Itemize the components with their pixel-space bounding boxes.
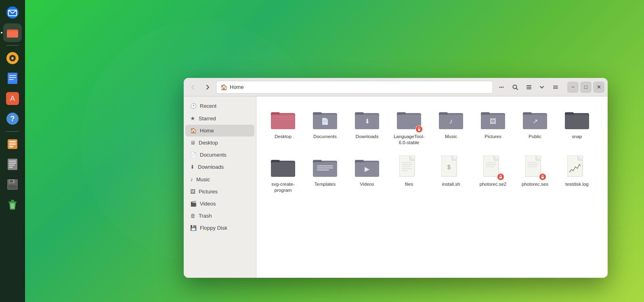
svg-rect-42 — [553, 86, 558, 86]
svg-rect-76 — [565, 115, 589, 129]
address-bar[interactable]: 🏠 Home — [216, 81, 493, 94]
file-item-languagetool[interactable]: LanguageTool-6.0-stable — [389, 103, 429, 149]
dock-item-appstore[interactable]: A — [3, 89, 22, 108]
sidebar-item-trash[interactable]: 🗑 Trash — [185, 210, 254, 222]
dock-item-help[interactable]: ? — [3, 109, 22, 128]
maximize-button[interactable]: □ — [580, 82, 592, 93]
svg-text:?: ? — [10, 115, 15, 123]
svg-text:♪: ♪ — [449, 117, 453, 125]
dock-separator-1 — [6, 45, 19, 46]
view-dropdown-button[interactable] — [536, 81, 548, 93]
search-icon — [512, 84, 518, 90]
file-item-files[interactable]: files — [389, 151, 429, 197]
svg-rect-17 — [9, 141, 16, 143]
videos-sidebar-icon: 🎬 — [190, 201, 197, 207]
sidebar-item-floppy[interactable]: 💾 Floppy Disk — [185, 222, 254, 234]
file-item-videos[interactable]: ▶ Videos — [347, 151, 387, 197]
file-item-photorec2[interactable]: photorec.se2 — [473, 151, 513, 197]
dock-item-writer[interactable] — [3, 69, 22, 88]
videos-label: Videos — [360, 181, 374, 187]
photorec2-label: photorec.se2 — [480, 181, 507, 187]
list-view-button[interactable] — [523, 81, 535, 93]
help-icon: ? — [6, 112, 19, 125]
file-item-downloads[interactable]: ⬇ Downloads — [347, 103, 387, 149]
languagetool-folder-icon-wrapper — [396, 106, 422, 132]
file-item-public[interactable]: ↗ Public — [515, 103, 555, 149]
file-item-documents[interactable]: 📄 Documents — [305, 103, 345, 149]
sidebar-item-downloads[interactable]: ⬇ Downloads — [185, 161, 254, 173]
svg-rect-41 — [527, 88, 531, 89]
view-toggle — [523, 81, 548, 93]
music-sidebar-icon: ♪ — [190, 176, 193, 182]
file-item-photorecses[interactable]: photorec.ses — [515, 151, 555, 197]
files-icon — [6, 26, 19, 39]
dock-item-email[interactable] — [3, 3, 22, 22]
file-item-templates[interactable]: Templates — [305, 151, 345, 197]
svg-rect-3 — [7, 31, 18, 38]
sidebar-label-pictures: Pictures — [199, 189, 218, 195]
languagetool-label: LanguageTool-6.0-stable — [390, 134, 428, 146]
back-button[interactable] — [187, 81, 199, 93]
svg-text:↗: ↗ — [533, 118, 538, 125]
svg-point-34 — [499, 86, 501, 88]
sidebar-item-documents[interactable]: 📄 Documents — [185, 149, 254, 161]
sidebar-label-downloads: Downloads — [198, 164, 224, 170]
dock-item-files[interactable] — [3, 23, 22, 42]
sidebar-item-desktop[interactable]: 🖥 Desktop — [185, 137, 254, 149]
svg-point-35 — [501, 86, 502, 88]
sidebar-label-trash: Trash — [199, 213, 212, 219]
forward-button[interactable] — [201, 81, 214, 93]
svg-rect-47 — [271, 115, 295, 129]
photorec2-lock-badge — [497, 173, 504, 180]
menu-dots-icon — [498, 84, 505, 90]
sidebar-item-starred[interactable]: ★ Starred — [185, 112, 254, 124]
dock-item-trash[interactable] — [3, 195, 22, 214]
sidebar-item-recent[interactable]: 🕐 Recent — [185, 100, 254, 112]
svg-point-36 — [503, 86, 504, 88]
dock-item-floppy[interactable] — [3, 175, 22, 194]
sidebar-item-pictures[interactable]: 🖼 Pictures — [185, 186, 254, 197]
svg-rect-85 — [317, 170, 329, 170]
file-item-testdisk[interactable]: testdisk.log — [557, 151, 597, 197]
dock-item-sound[interactable]: ♪ — [3, 49, 22, 67]
search-button[interactable] — [509, 81, 521, 93]
sidebar-item-home[interactable]: 🏠 Home — [185, 125, 254, 136]
dock-item-archive[interactable] — [3, 135, 22, 153]
lock-badge — [415, 126, 423, 133]
lock-icon-2 — [499, 175, 503, 179]
menu-button[interactable] — [495, 81, 508, 93]
trash-icon — [6, 198, 19, 211]
minimize-button[interactable]: − — [567, 82, 579, 93]
options-button[interactable] — [550, 81, 562, 93]
sidebar-label-music: Music — [196, 176, 210, 182]
svg-rect-61 — [418, 129, 420, 131]
file-item-svgcreate[interactable]: svg-create-program — [263, 151, 303, 197]
file-grid: Desktop 📄 Documents — [256, 96, 608, 278]
public-label: Public — [529, 134, 541, 140]
file-manager-window: 🏠 Home — [184, 78, 608, 278]
documents-folder-icon-wrapper: 📄 — [312, 106, 338, 132]
file-item-desktop[interactable]: Desktop — [263, 103, 303, 149]
sidebar-item-music[interactable]: ♪ Music — [185, 173, 254, 185]
installsh-label: install.sh — [442, 181, 460, 187]
svg-rect-79 — [271, 162, 295, 177]
file-item-pictures[interactable]: 🖼 Pictures — [473, 103, 513, 149]
sidebar-label-starred: Starred — [199, 115, 216, 122]
pictures-folder-icon: 🖼 — [481, 109, 505, 129]
svg-text:📄: 📄 — [321, 117, 329, 125]
snap-label: snap — [572, 134, 582, 140]
lock-icon-3 — [541, 175, 545, 179]
sidebar-item-videos[interactable]: 🎬 Videos — [185, 198, 254, 210]
starred-icon: ★ — [190, 115, 195, 122]
testdisk-file-icon — [567, 155, 587, 178]
dock-item-texteditor[interactable] — [3, 155, 22, 174]
public-folder-icon: ↗ — [523, 109, 547, 129]
file-item-installsh[interactable]: $ install.sh — [431, 151, 471, 197]
script-file-icon: $ — [441, 155, 461, 178]
close-button[interactable]: ✕ — [593, 82, 604, 93]
dock-active-indicator — [1, 32, 2, 34]
file-item-snap[interactable]: snap — [557, 103, 597, 149]
file-item-music[interactable]: ♪ Music — [431, 103, 471, 149]
archive-icon — [6, 138, 19, 151]
texteditor-icon — [6, 158, 19, 171]
